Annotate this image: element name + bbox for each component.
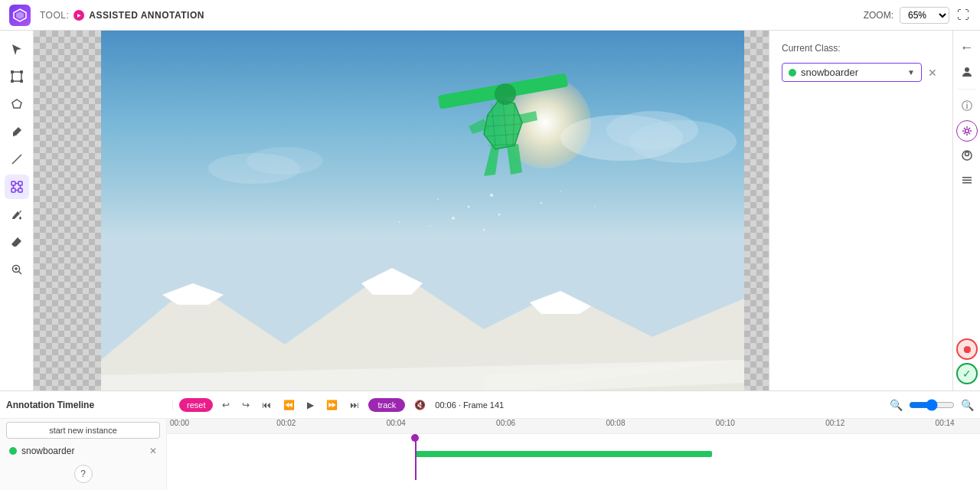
help-area: ? (0, 462, 166, 489)
record-button[interactable]: ⏺ (956, 338, 978, 360)
svg-point-59 (965, 67, 969, 72)
skip-start-button[interactable]: ⏮ (259, 398, 274, 412)
class-close-button[interactable]: ✕ (925, 65, 940, 80)
class-name-text: snowboarder (801, 67, 903, 78)
person-button[interactable] (956, 145, 978, 166)
start-new-instance-button[interactable]: start new instance (6, 422, 160, 439)
select-tool-button[interactable] (5, 37, 29, 61)
bottom-area: Annotation Timeline reset ↩ ↪ ⏮ ⏪ ▶ ⏩ ⏭ … (0, 390, 980, 490)
mountains-svg (101, 222, 744, 390)
timeline-instances-panel: start new instance snowboarder ✕ ? (0, 419, 167, 490)
svg-rect-65 (962, 182, 972, 184)
playhead-marker (411, 434, 419, 442)
timeline-zoom-slider[interactable] (909, 399, 955, 411)
eraser-tool-button[interactable] (5, 230, 29, 254)
app-logo (9, 5, 31, 26)
prev-frame-button[interactable]: ⏪ (280, 398, 298, 412)
svg-line-18 (18, 272, 21, 275)
time-marker-2: 00:02 (276, 419, 296, 427)
class-color-dot (789, 69, 796, 77)
clouds (101, 77, 744, 230)
time-marker-14: 00:14 (936, 419, 955, 427)
instance-name: snowboarder (21, 446, 145, 456)
list-button[interactable] (956, 169, 978, 191)
svg-rect-12 (18, 188, 22, 192)
left-toolbar (0, 31, 34, 390)
class-dropdown[interactable]: snowboarder ▼ (782, 63, 922, 82)
right-panel: Current Class: snowboarder ▼ ✕ (769, 31, 952, 390)
brush-tool-button[interactable] (5, 119, 29, 144)
annotation-overlay (430, 61, 583, 214)
time-marker-0: 00:00 (170, 419, 189, 427)
svg-point-23 (629, 120, 737, 163)
undo-button[interactable]: ↩ (219, 398, 233, 412)
video-frame (101, 31, 744, 390)
svg-marker-7 (12, 100, 21, 108)
zoom-tool-button[interactable] (5, 257, 29, 282)
class-dropdown-row: snowboarder ▼ ✕ (782, 63, 940, 82)
svg-marker-28 (530, 291, 591, 314)
class-dropdown-chevron: ▼ (907, 68, 915, 77)
instances-panel-inner: start new instance snowboarder ✕ (0, 419, 166, 462)
svg-point-60 (965, 129, 969, 133)
play-pause-button[interactable]: ▶ (304, 398, 317, 412)
svg-point-25 (247, 147, 323, 175)
redo-button[interactable]: ↪ (239, 398, 253, 412)
svg-point-61 (965, 152, 969, 156)
svg-rect-9 (11, 181, 15, 185)
skip-end-button[interactable]: ⏭ (347, 398, 362, 412)
zoom-select[interactable]: 65% 25% 50% 75% 100% (900, 7, 949, 24)
settings-button[interactable] (956, 120, 978, 142)
fullscreen-button[interactable]: ⛶ (956, 7, 971, 24)
svg-marker-35 (484, 145, 499, 176)
zoom-in-timeline-button[interactable]: 🔍 (961, 399, 974, 411)
line-tool-button[interactable] (5, 147, 29, 172)
tool-indicator (74, 10, 84, 21)
back-button[interactable]: ← (956, 37, 978, 58)
instance-dot (9, 447, 17, 455)
timeline-body: start new instance snowboarder ✕ ? 00:00… (0, 419, 980, 490)
time-marker-8: 00:08 (606, 419, 625, 427)
canvas-area[interactable] (34, 31, 769, 390)
tool-name-text: ASSISTED ANNOTATION (89, 10, 204, 21)
time-marker-10: 00:10 (716, 419, 735, 427)
audio-button[interactable]: 🔇 (411, 398, 429, 412)
bbox-tool-button[interactable] (5, 64, 29, 89)
svg-point-6 (20, 80, 22, 83)
svg-marker-27 (361, 268, 423, 295)
timeline-header-left: Annotation Timeline (6, 400, 173, 410)
svg-marker-38 (518, 111, 537, 124)
polygon-tool-button[interactable] (5, 92, 29, 116)
svg-marker-36 (507, 144, 522, 175)
next-frame-button[interactable]: ⏩ (323, 398, 341, 412)
keypoints-tool-button[interactable] (5, 175, 29, 199)
svg-rect-11 (11, 188, 15, 192)
svg-rect-2 (12, 72, 21, 81)
instance-close-button[interactable]: ✕ (149, 446, 157, 456)
time-marker-6: 00:06 (496, 419, 515, 427)
svg-rect-64 (962, 180, 972, 181)
top-bar: TOOL: ASSISTED ANNOTATION ZOOM: 65% 25% … (0, 0, 980, 31)
main-area: Current Class: snowboarder ▼ ✕ ← ⓘ ⏺ ✓ (0, 31, 980, 390)
time-marker-12: 00:12 (825, 419, 844, 427)
far-right-panel: ← ⓘ ⏺ ✓ (952, 31, 980, 390)
reset-button[interactable]: reset (179, 398, 213, 412)
tool-prefix-text: TOOL: (40, 10, 69, 21)
svg-rect-10 (18, 181, 22, 185)
info-button[interactable]: ⓘ (956, 96, 978, 117)
tool-prefix: TOOL: ASSISTED ANNOTATION (40, 10, 204, 21)
timeline-tracks[interactable] (167, 434, 980, 480)
annotation-track-bar[interactable] (415, 451, 712, 457)
help-button[interactable]: ? (74, 465, 93, 483)
zoom-out-timeline-button[interactable]: 🔍 (890, 399, 903, 411)
svg-point-3 (11, 71, 13, 74)
timeline-track-area: 00:00 00:02 00:04 00:06 00:08 00:10 00:1… (167, 419, 980, 490)
svg-marker-1 (16, 11, 24, 19)
user-button[interactable] (956, 61, 978, 83)
timeline-title: Annotation Timeline (6, 400, 100, 410)
zoom-label: ZOOM: (864, 10, 893, 21)
svg-line-8 (12, 155, 21, 164)
track-button[interactable]: track (368, 398, 405, 412)
fill-tool-button[interactable] (5, 202, 29, 227)
confirm-button[interactable]: ✓ (956, 363, 978, 384)
